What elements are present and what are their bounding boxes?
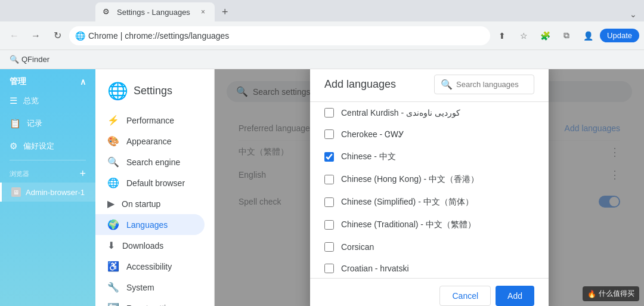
search-engine-icon: 🔍 — [107, 156, 119, 168]
settings-nav-downloads[interactable]: ⬇ Downloads — [95, 235, 205, 256]
settings-nav-languages[interactable]: 🌍 Languages — [95, 214, 205, 235]
lang-chinese-checkbox[interactable] — [324, 152, 334, 162]
reset-icon: 🔄 — [107, 302, 119, 306]
settings-nav-system[interactable]: 🔧 System — [95, 277, 205, 298]
system-icon: 🔧 — [107, 282, 119, 293]
add-button[interactable]: Add — [496, 286, 534, 306]
lang-corsican-label: Corsican — [341, 242, 534, 252]
downloads-label: Downloads — [122, 241, 163, 251]
sidebar-item-overview[interactable]: ☰ 总览 — [0, 89, 95, 112]
sidebar-divider — [10, 160, 86, 160]
update-button[interactable]: Update — [600, 29, 639, 42]
list-item[interactable]: Central Kurdish - کوردیی ناوەندی — [315, 102, 544, 123]
back-button[interactable]: ← — [5, 26, 24, 45]
lang-central-kurdish-label: Central Kurdish - کوردیی ناوەندی — [341, 108, 534, 118]
profile-button[interactable]: 👤 — [578, 26, 597, 45]
list-item[interactable]: Chinese (Simplified) - 中文（简体） — [315, 191, 544, 214]
settings-nav-reset[interactable]: 🔄 Reset settings — [95, 298, 205, 306]
sidebar-header-label: 管理 — [10, 76, 26, 87]
tab-close-button[interactable]: × — [199, 7, 208, 17]
settings-nav-default-browser[interactable]: 🌐 Default browser — [95, 172, 205, 193]
browser-section-label: 浏览器 — [10, 169, 29, 178]
tablet-button[interactable]: ⧉ — [557, 26, 576, 45]
settings-nav-header: 🌐 Settings — [95, 74, 214, 110]
add-languages-dialog: Add languages 🔍 Central Kurdish - کوردیی… — [310, 69, 549, 306]
list-item[interactable]: Cherokee - ᏣᎳᎩ — [315, 123, 544, 146]
browser-tab[interactable]: ⚙ Settings - Languages × — [95, 2, 215, 21]
lang-chinese-hk-checkbox[interactable] — [324, 175, 334, 184]
overview-icon: ☰ — [10, 95, 17, 106]
dialog-overlay: Add languages 🔍 Central Kurdish - کوردیی… — [215, 69, 644, 306]
tab-favicon: ⚙ — [103, 7, 112, 17]
settings-nav-on-startup[interactable]: ▶ On startup — [95, 193, 205, 214]
lang-chinese-traditional-label: Chinese (Traditional) - 中文（繁體） — [341, 220, 534, 230]
settings-area: 🌐 Settings ⚡ Performance 🎨 Appearance 🔍 … — [95, 69, 644, 306]
settings-nav-performance[interactable]: ⚡ Performance — [95, 110, 205, 131]
reload-button[interactable]: ↻ — [48, 26, 67, 45]
settings-nav-search-engine[interactable]: 🔍 Search engine — [95, 152, 205, 172]
sidebar-header: 管理 ∧ — [0, 69, 95, 89]
bookmark-button[interactable]: ☆ — [514, 26, 533, 45]
dialog-footer: Cancel Add — [310, 278, 549, 307]
lang-chinese-hk-label: Chinese (Hong Kong) - 中文（香港） — [341, 174, 534, 185]
accessibility-icon: ♿ — [107, 261, 119, 272]
dialog-header: Add languages 🔍 — [310, 69, 549, 101]
lang-chinese-label: Chinese - 中文 — [341, 152, 534, 162]
sidebar-item-preferences[interactable]: ⚙ 偏好设定 — [0, 135, 95, 157]
dialog-title: Add languages — [324, 78, 396, 91]
tab-overflow-button[interactable]: ⌄ — [625, 7, 642, 21]
settings-content: 🔍 Preferred languages Add languages 中文（繁… — [215, 69, 644, 306]
sidebar-preferences-label: 偏好设定 — [23, 141, 54, 152]
sidebar: 管理 ∧ ☰ 总览 📋 记录 ⚙ 偏好设定 浏览器 + 🖥 Adm — [0, 69, 95, 306]
browser-item-label: Admin-browser-1 — [26, 188, 85, 197]
sidebar-collapse-icon[interactable]: ∧ — [80, 77, 86, 86]
lang-croatian-label: Croatian - hrvatski — [341, 264, 534, 273]
list-item[interactable]: Chinese (Hong Kong) - 中文（香港） — [315, 168, 544, 191]
default-browser-icon: 🌐 — [107, 177, 119, 188]
bookmarks-bar: 🔍 QFinder — [0, 50, 644, 69]
sidebar-overview-label: 总览 — [23, 95, 39, 106]
preferences-icon: ⚙ — [10, 141, 17, 152]
toolbar-right: ⬆ ☆ 🧩 ⧉ 👤 Update — [493, 26, 639, 45]
dialog-search-bar: 🔍 — [434, 75, 534, 94]
cancel-button[interactable]: Cancel — [439, 286, 491, 306]
list-item[interactable]: Croatian - hrvatski — [315, 258, 544, 278]
search-engine-label: Search engine — [126, 157, 180, 167]
dialog-search-icon: 🔍 — [441, 79, 453, 90]
share-button[interactable]: ⬆ — [493, 26, 512, 45]
lang-central-kurdish-checkbox[interactable] — [324, 108, 334, 118]
sidebar-browser-item[interactable]: 🖥 Admin-browser-1 — [0, 183, 95, 202]
lang-cherokee-label: Cherokee - ᏣᎳᎩ — [341, 129, 534, 140]
appearance-label: Appearance — [126, 137, 172, 146]
settings-nav-appearance[interactable]: 🎨 Appearance — [95, 131, 205, 152]
on-startup-icon: ▶ — [107, 198, 114, 209]
lang-chinese-simplified-checkbox[interactable] — [324, 197, 334, 207]
lang-croatian-checkbox[interactable] — [324, 264, 334, 273]
lang-chinese-traditional-checkbox[interactable] — [324, 220, 334, 230]
system-label: System — [126, 283, 154, 292]
performance-label: Performance — [126, 116, 174, 125]
tab-title: Settings - Languages — [117, 8, 194, 17]
dialog-language-list: Central Kurdish - کوردیی ناوەندی Cheroke… — [310, 101, 549, 278]
list-item[interactable]: Corsican — [315, 236, 544, 258]
extension-button[interactable]: 🧩 — [535, 26, 555, 45]
list-item[interactable]: Chinese (Traditional) - 中文（繁體） — [315, 214, 544, 236]
lang-chinese-simplified-label: Chinese (Simplified) - 中文（简体） — [341, 197, 534, 208]
languages-icon: 🌍 — [107, 219, 119, 230]
forward-button[interactable]: → — [26, 26, 45, 45]
default-browser-label: Default browser — [126, 178, 185, 188]
browser-item-icon: 🖥 — [11, 187, 21, 197]
sidebar-item-records[interactable]: 📋 记录 — [0, 112, 95, 135]
downloads-icon: ⬇ — [107, 240, 115, 251]
settings-nav-accessibility[interactable]: ♿ Accessibility — [95, 256, 205, 277]
dialog-search-input[interactable] — [456, 80, 528, 89]
list-item[interactable]: Chinese - 中文 — [315, 146, 544, 168]
add-browser-button[interactable]: + — [79, 168, 86, 180]
on-startup-label: On startup — [122, 199, 160, 209]
settings-title: Settings — [134, 85, 172, 97]
lang-cherokee-checkbox[interactable] — [324, 129, 334, 139]
new-tab-button[interactable]: + — [217, 2, 233, 21]
address-input[interactable] — [69, 26, 490, 45]
lang-corsican-checkbox[interactable] — [324, 242, 334, 252]
bookmark-qfinder[interactable]: 🔍 QFinder — [5, 52, 54, 66]
